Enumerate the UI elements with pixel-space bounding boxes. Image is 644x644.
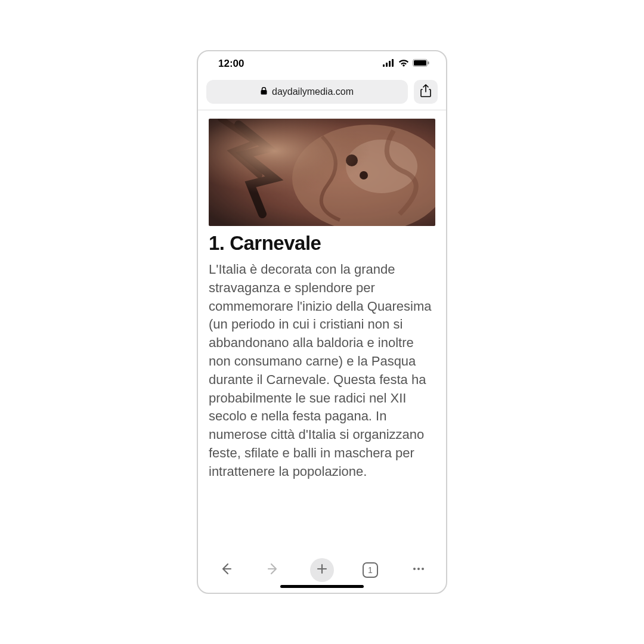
arrow-right-icon [266, 561, 281, 579]
more-icon [411, 561, 426, 579]
tabs-button[interactable]: 1 [358, 558, 382, 582]
svg-rect-6 [428, 61, 429, 64]
status-bar: 12:00 [198, 51, 446, 76]
svg-rect-1 [386, 63, 388, 67]
page-content[interactable]: 1. Carnevale L'Italia è decorata con la … [198, 110, 446, 551]
battery-icon [413, 58, 429, 70]
tabs-count: 1 [368, 565, 373, 575]
share-button[interactable] [414, 80, 438, 104]
svg-rect-3 [392, 59, 394, 67]
svg-point-16 [417, 568, 420, 570]
address-bar[interactable]: daydailymedia.com [206, 80, 408, 104]
browser-toolbar: daydailymedia.com [198, 76, 446, 110]
arrow-left-icon [218, 561, 233, 579]
svg-rect-7 [261, 90, 267, 95]
lock-icon [261, 87, 267, 97]
svg-point-17 [422, 568, 424, 570]
forward-button[interactable] [262, 558, 286, 582]
back-button[interactable] [213, 558, 237, 582]
new-tab-button[interactable] [310, 558, 334, 582]
share-icon [420, 84, 431, 100]
svg-rect-2 [389, 61, 391, 67]
article-title: 1. Carnevale [209, 232, 435, 255]
wifi-icon [398, 58, 409, 70]
address-domain: daydailymedia.com [272, 86, 354, 97]
svg-rect-14 [209, 119, 435, 226]
status-time: 12:00 [218, 58, 244, 70]
hero-image [209, 119, 435, 226]
tabs-count-badge: 1 [363, 562, 378, 578]
article-body: L'Italia è decorata con la grande strava… [209, 261, 435, 481]
svg-point-15 [413, 568, 416, 570]
phone-frame: 12:00 daydailymedia.com [197, 50, 447, 594]
svg-rect-0 [383, 64, 385, 67]
menu-button[interactable] [407, 558, 431, 582]
plus-icon [316, 563, 328, 577]
home-indicator[interactable] [280, 585, 364, 588]
status-indicators [383, 58, 429, 70]
cellular-icon [383, 58, 395, 70]
svg-rect-5 [414, 60, 426, 66]
